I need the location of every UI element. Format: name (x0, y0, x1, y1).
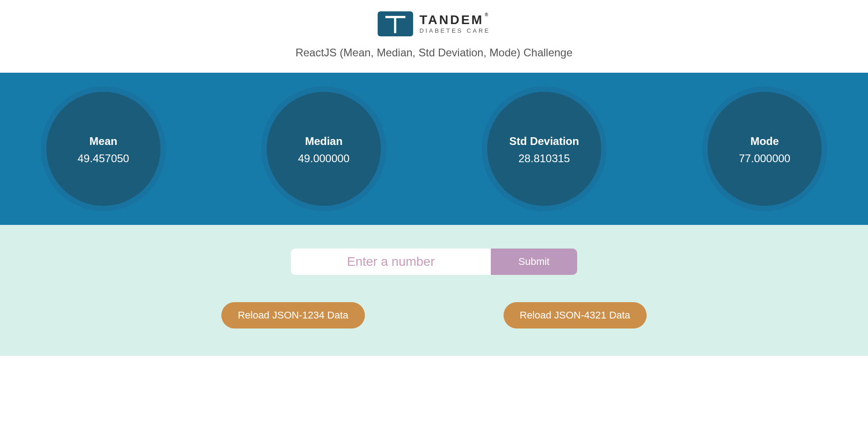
page-subtitle: ReactJS (Mean, Median, Std Deviation, Mo… (0, 46, 868, 59)
logo: TANDEM DIABETES CARE (0, 11, 868, 36)
stats-banner: Mean 49.457050 Median 49.000000 Std Devi… (0, 73, 868, 225)
logo-icon (378, 11, 413, 36)
stat-median: Median 49.000000 (261, 86, 386, 211)
stat-value: 28.810315 (519, 152, 570, 165)
brand-name: TANDEM (419, 14, 490, 26)
number-input[interactable] (291, 249, 491, 275)
stat-value: 49.000000 (298, 152, 349, 165)
stat-label: Std Deviation (509, 135, 579, 148)
controls-panel: Submit Reload JSON-1234 Data Reload JSON… (0, 225, 868, 356)
stat-mode: Mode 77.000000 (702, 86, 827, 211)
input-row: Submit (0, 249, 868, 275)
submit-button[interactable]: Submit (491, 249, 577, 275)
stat-mean: Mean 49.457050 (41, 86, 166, 211)
logo-text: TANDEM DIABETES CARE (419, 14, 490, 34)
stat-value: 49.457050 (78, 152, 129, 165)
header: TANDEM DIABETES CARE ReactJS (Mean, Medi… (0, 0, 868, 73)
stat-label: Mode (750, 135, 779, 148)
stat-value: 77.000000 (739, 152, 790, 165)
stat-label: Mean (90, 135, 117, 148)
reload-json-1234-button[interactable]: Reload JSON-1234 Data (221, 302, 364, 328)
stat-std-deviation: Std Deviation 28.810315 (482, 86, 607, 211)
brand-subtext: DIABETES CARE (419, 27, 490, 34)
reload-json-4321-button[interactable]: Reload JSON-4321 Data (504, 302, 647, 328)
stat-label: Median (305, 135, 343, 148)
reload-row: Reload JSON-1234 Data Reload JSON-4321 D… (0, 302, 868, 328)
